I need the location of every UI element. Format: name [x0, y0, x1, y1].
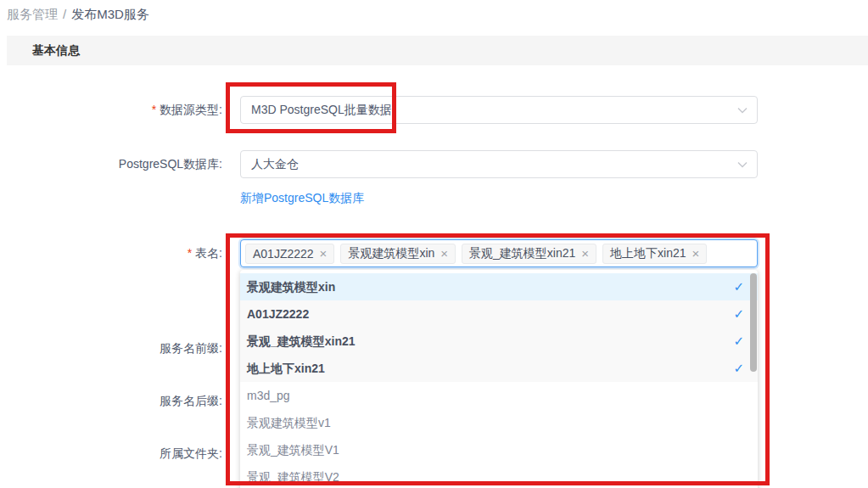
check-icon: ✓ — [733, 273, 744, 300]
pg-database-select[interactable]: 人大金仓 — [240, 150, 758, 178]
tag-close-icon[interactable]: × — [320, 247, 328, 260]
check-icon: ✓ — [733, 328, 744, 355]
tag-label: 景观_建筑模型xin21 — [469, 246, 575, 261]
add-pg-database-link[interactable]: 新增PostgreSQL数据库 — [240, 191, 364, 206]
service-suffix-label: 服务名后缀: — [0, 394, 222, 409]
folder-label: 所属文件夹: — [0, 446, 222, 462]
chevron-down-icon — [736, 159, 748, 171]
datasource-type-value: M3D PostgreSQL批量数据 — [251, 97, 392, 123]
section-title: 基本信息 — [7, 36, 868, 65]
dropdown-option[interactable]: 景观_建筑模型xin21 ✓ — [240, 328, 758, 355]
breadcrumb-service-management[interactable]: 服务管理 — [7, 7, 58, 21]
dropdown-option[interactable]: A01JZ2222 ✓ — [240, 300, 758, 328]
tag-label: 景观建筑模型xin — [348, 246, 434, 261]
tag-close-icon[interactable]: × — [440, 247, 448, 260]
tag-label: 地上地下xin21 — [610, 246, 686, 261]
breadcrumb: 服务管理/发布M3D服务 — [7, 7, 149, 23]
publish-m3d-service-page: 服务管理/发布M3D服务 基本信息 *数据源类型: M3D PostgreSQL… — [0, 0, 868, 488]
service-prefix-label: 服务名前缀: — [0, 341, 222, 356]
selected-table-tag: A01JZ2222 × — [245, 244, 334, 264]
selected-table-tag: 地上地下xin21 × — [602, 244, 707, 264]
basic-info-section-header: 基本信息 — [7, 36, 868, 65]
dropdown-scrollbar-thumb[interactable] — [750, 273, 757, 372]
dropdown-option[interactable]: m3d_pg — [240, 382, 758, 409]
datasource-type-label: *数据源类型: — [0, 96, 222, 124]
pg-database-value: 人大金仓 — [251, 151, 299, 177]
dropdown-option[interactable]: 景观建筑模型v1 — [240, 409, 758, 436]
check-icon: ✓ — [733, 300, 744, 328]
required-asterisk: * — [188, 246, 192, 260]
chevron-down-icon — [736, 104, 748, 116]
dropdown-option[interactable]: 地上地下xin21 ✓ — [240, 355, 758, 382]
dropdown-option[interactable]: 景观建筑模型xin ✓ — [240, 273, 758, 300]
breadcrumb-current-page: 发布M3D服务 — [71, 7, 149, 21]
selected-table-tag: 景观建筑模型xin × — [340, 244, 456, 264]
table-name-label: *表名: — [0, 239, 222, 267]
table-name-dropdown: 景观建筑模型xin ✓ A01JZ2222 ✓ 景观_建筑模型xin21 ✓ 地… — [240, 270, 758, 488]
required-asterisk: * — [152, 103, 156, 116]
selected-table-tag: 景观_建筑模型xin21 × — [462, 244, 596, 264]
dropdown-option[interactable]: 景观_建筑模型V1 — [240, 436, 758, 463]
breadcrumb-separator: / — [63, 7, 66, 21]
pg-database-label: PostgreSQL数据库: — [0, 150, 222, 178]
tag-label: A01JZ2222 — [253, 247, 314, 261]
tag-close-icon[interactable]: × — [581, 247, 589, 260]
check-icon: ✓ — [733, 355, 744, 382]
dropdown-option[interactable]: 景观_建筑模型V2 — [240, 463, 758, 488]
table-name-multiselect[interactable]: A01JZ2222 × 景观建筑模型xin × 景观_建筑模型xin21 × 地… — [240, 239, 758, 267]
tag-close-icon[interactable]: × — [692, 247, 700, 260]
datasource-type-select[interactable]: M3D PostgreSQL批量数据 — [240, 96, 758, 124]
